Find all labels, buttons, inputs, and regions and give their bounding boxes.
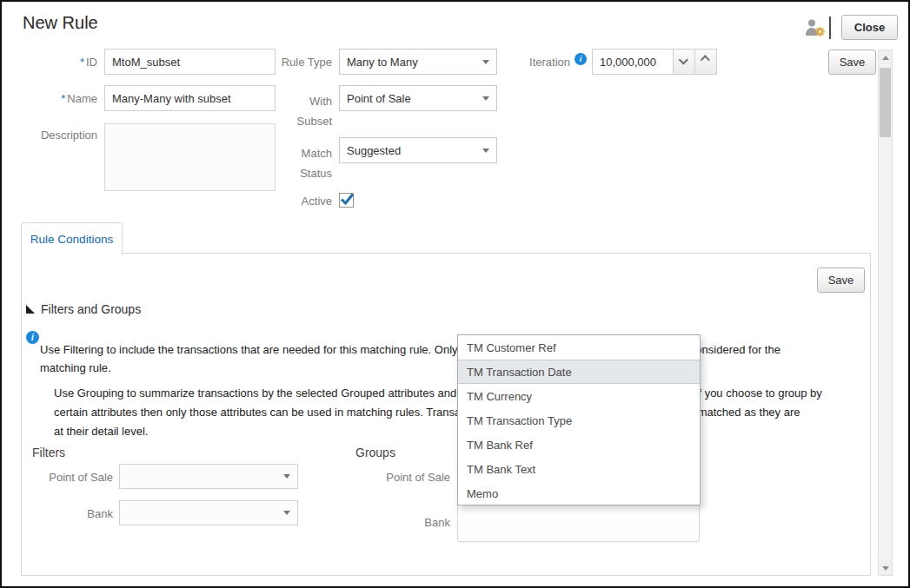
dropdown-item[interactable]: TM Bank Ref bbox=[458, 433, 700, 457]
info-line: Use Grouping to summarize transactions b… bbox=[54, 384, 822, 403]
filter-point-of-sale-label: Point of Sale bbox=[9, 471, 113, 485]
collapse-triangle-icon bbox=[26, 305, 35, 314]
info-line: at their detail level. bbox=[54, 422, 822, 441]
groups-heading: Groups bbox=[355, 446, 395, 459]
iteration-stepper bbox=[673, 49, 717, 75]
iteration-label: Iteration bbox=[521, 56, 570, 69]
match-status-label: Match Status bbox=[269, 143, 332, 183]
info-icon[interactable]: i bbox=[575, 53, 587, 65]
stepper-up-button[interactable] bbox=[694, 49, 717, 75]
filters-heading: Filters bbox=[32, 446, 65, 459]
scrollbar[interactable] bbox=[878, 50, 893, 576]
chevron-down-icon bbox=[283, 511, 290, 515]
rule-type-value: Many to Many bbox=[347, 56, 482, 69]
id-input[interactable] bbox=[104, 49, 276, 75]
with-subset-value: Point of Sale bbox=[347, 92, 482, 105]
chevron-down-icon bbox=[283, 474, 290, 479]
group-point-of-sale-label: Point of Sale bbox=[346, 471, 450, 485]
with-subset-label: With Subset bbox=[269, 91, 332, 131]
scroll-down-button[interactable] bbox=[879, 561, 892, 575]
dropdown-item[interactable]: Memo bbox=[458, 481, 700, 505]
iteration-input[interactable] bbox=[592, 49, 674, 75]
close-button[interactable]: Close bbox=[841, 15, 898, 40]
header-divider bbox=[829, 17, 831, 39]
stepper-down-button[interactable] bbox=[673, 49, 695, 75]
chevron-down-icon bbox=[482, 60, 489, 64]
name-input[interactable] bbox=[104, 85, 276, 111]
scrollbar-thumb[interactable] bbox=[880, 68, 891, 137]
dropdown-item[interactable]: TM Customer Ref bbox=[458, 335, 700, 360]
user-gear-icon[interactable] bbox=[803, 17, 827, 40]
match-status-value: Suggested bbox=[347, 144, 482, 157]
chevron-up-icon bbox=[701, 55, 710, 64]
dropdown-item[interactable]: TM Transaction Type bbox=[458, 408, 700, 433]
match-status-select[interactable]: Suggested bbox=[339, 137, 497, 163]
triangle-down-icon bbox=[882, 566, 889, 571]
filter-point-of-sale-select[interactable] bbox=[119, 464, 298, 489]
attribute-dropdown-list: TM Customer Ref TM Transaction Date TM C… bbox=[457, 334, 701, 505]
chevron-down-icon bbox=[482, 149, 489, 153]
dropdown-item[interactable]: TM Currency bbox=[458, 384, 700, 408]
info-paragraph-2: Use Grouping to summarize transactions b… bbox=[54, 384, 822, 441]
scroll-up-button[interactable] bbox=[879, 50, 892, 64]
required-marker: * bbox=[80, 56, 84, 69]
rule-type-label: Rule Type bbox=[269, 56, 332, 69]
filter-bank-label: Bank bbox=[9, 507, 113, 521]
group-bank-box[interactable] bbox=[457, 504, 700, 542]
with-subset-select[interactable]: Point of Sale bbox=[339, 85, 497, 111]
active-checkbox[interactable] bbox=[339, 193, 354, 208]
page-title: New Rule bbox=[23, 13, 98, 33]
active-label: Active bbox=[269, 195, 332, 208]
chevron-down-icon bbox=[482, 96, 489, 101]
info-line: certain attributes then only those attri… bbox=[54, 403, 822, 422]
description-input[interactable] bbox=[104, 123, 276, 191]
tab-rule-conditions[interactable]: Rule Conditions bbox=[21, 222, 123, 254]
group-bank-label: Bank bbox=[346, 516, 450, 530]
description-label: Description bbox=[15, 129, 97, 142]
required-marker: * bbox=[61, 92, 65, 105]
filter-bank-select[interactable] bbox=[119, 500, 298, 525]
chevron-down-icon bbox=[679, 55, 688, 64]
name-label: *Name bbox=[17, 92, 97, 106]
rule-type-select[interactable]: Many to Many bbox=[339, 49, 497, 75]
section-title: Filters and Groups bbox=[41, 302, 141, 316]
panel-save-button[interactable]: Save bbox=[817, 268, 865, 293]
info-icon[interactable]: i bbox=[26, 331, 39, 344]
filters-groups-section-header[interactable]: Filters and Groups bbox=[26, 302, 141, 316]
save-button[interactable]: Save bbox=[828, 50, 876, 75]
dropdown-item-highlighted[interactable]: TM Transaction Date bbox=[458, 360, 700, 384]
check-icon bbox=[339, 191, 355, 207]
triangle-up-icon bbox=[882, 56, 889, 60]
id-label: *ID bbox=[17, 56, 97, 69]
dropdown-item[interactable]: TM Bank Text bbox=[458, 457, 700, 481]
new-rule-window: New Rule Close Save *ID Rule Type Many t… bbox=[0, 0, 910, 588]
